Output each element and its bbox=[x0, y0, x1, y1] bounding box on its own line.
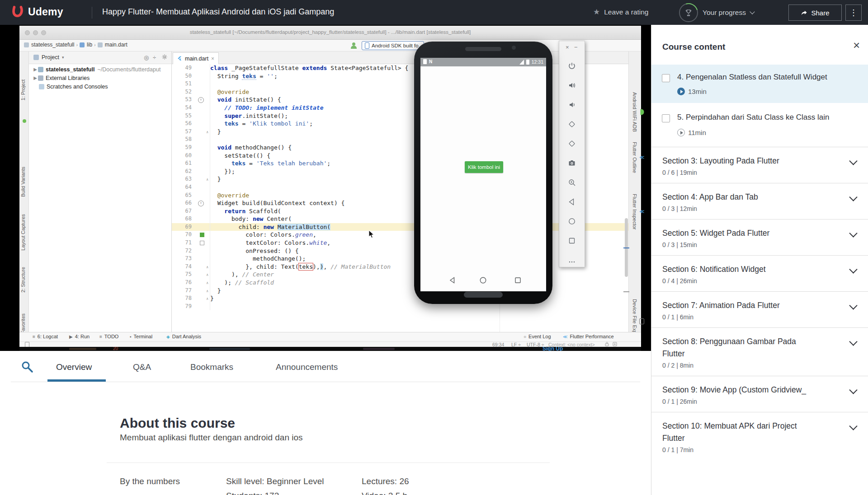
status-4-run[interactable]: ▶4: Run bbox=[69, 334, 90, 339]
status-flutter-performance[interactable]: ≪Flutter Performance bbox=[563, 334, 614, 339]
code-line-79[interactable]: 79 bbox=[172, 303, 628, 311]
device-selector-dropdown[interactable]: Android SDK built fo bbox=[362, 41, 424, 50]
emulator-volume-up-icon[interactable] bbox=[568, 81, 576, 89]
emulator-screen[interactable]: N 12:31 Klik tombol ini bbox=[420, 58, 546, 291]
tool-stripe-android-wifi-adb[interactable]: Android WiFi ADB bbox=[632, 92, 645, 132]
gutter: ∧ bbox=[196, 128, 210, 136]
section-section-8-penggunaan-gambar-pa[interactable]: Section 8: Penggunaan Gambar Pada Flutte… bbox=[651, 327, 868, 376]
fold-arrow-icon[interactable]: ∧ bbox=[206, 271, 208, 279]
status-terminal[interactable]: ▪Terminal bbox=[130, 334, 152, 339]
project-panel-header: Project ▾ ◎ ÷ − bbox=[29, 51, 171, 64]
breadcrumb-item[interactable]: main.dart bbox=[98, 42, 127, 48]
video-player[interactable]: stateless_statefull [~/Documents/flutter… bbox=[0, 25, 651, 351]
gear-icon[interactable] bbox=[162, 54, 167, 61]
expand-arrow-icon[interactable]: ▶ bbox=[33, 75, 38, 80]
tool-stripe-2-structure[interactable]: 2: Structure bbox=[20, 267, 26, 293]
fold-arrow-icon[interactable]: ∧ bbox=[206, 263, 208, 271]
emulator-power-icon[interactable] bbox=[568, 62, 576, 70]
leave-rating-button[interactable]: ★ Leave a rating bbox=[593, 7, 649, 17]
section-section-4-app-bar-dan-tab[interactable]: Section 4: App Bar dan Tab0 / 3 | 12min bbox=[651, 183, 868, 219]
tree-item-scratches-and-consoles[interactable]: Scratches and Consoles bbox=[29, 82, 181, 91]
status-6-logcat[interactable]: ≡6: Logcat bbox=[33, 334, 58, 339]
code-line-77[interactable]: 77∧ } bbox=[172, 287, 628, 295]
section-section-5-widget-pada-flutter[interactable]: Section 5: Widget Pada Flutter0 / 3 | 15… bbox=[651, 219, 868, 255]
lecture-item[interactable]: 4. Pengenalan Statless dan Statefull Wid… bbox=[651, 65, 868, 103]
chevron-down-icon[interactable] bbox=[849, 386, 857, 394]
emulator-volume-down-icon[interactable] bbox=[568, 101, 576, 109]
right-tool-stripe: Android WiFi ADB≪Flutter Outline≪Flutter… bbox=[628, 51, 641, 332]
search-icon[interactable] bbox=[21, 360, 33, 373]
nav-back-icon[interactable] bbox=[448, 276, 456, 284]
nav-overview-icon[interactable] bbox=[514, 276, 522, 284]
more-options-button[interactable]: ⋮ bbox=[845, 5, 862, 21]
lecture-item[interactable]: 5. Perpindahan dari Satu Class ke Class … bbox=[651, 103, 868, 147]
chevron-down-icon[interactable] bbox=[849, 337, 857, 346]
emulator-minimize-icon[interactable]: − bbox=[574, 44, 578, 51]
tool-stripe-flutter-outline[interactable]: ≪Flutter Outline bbox=[632, 142, 645, 173]
section-section-7-animation-pada-flutt[interactable]: Section 7: Animation Pada Flutter0 / 1 |… bbox=[651, 291, 868, 327]
emulator-home-icon[interactable] bbox=[568, 217, 576, 225]
your-progress-dropdown[interactable]: Your progress bbox=[679, 3, 754, 22]
fold-arrow-icon[interactable]: ∧ bbox=[206, 287, 208, 295]
tab-announcements[interactable]: Announcements bbox=[276, 362, 338, 372]
section-section-3-layouting-pada-flutt[interactable]: Section 3: Layouting Pada Flutter0 / 6 |… bbox=[651, 147, 868, 183]
emulator-overview-icon[interactable] bbox=[568, 237, 576, 245]
code-line-78[interactable]: 78∧} bbox=[172, 294, 628, 303]
tool-stripe-layout-captures[interactable]: Layout Captures bbox=[20, 214, 26, 251]
share-button[interactable]: Share bbox=[788, 5, 842, 21]
fold-arrow-icon[interactable]: ∧ bbox=[206, 176, 208, 184]
app-material-button[interactable]: Klik tombol ini bbox=[465, 161, 503, 173]
lecture-checkbox[interactable] bbox=[662, 114, 670, 122]
breadcrumb[interactable]: stateless_statefull›lib›main.dart bbox=[24, 42, 127, 48]
tool-stripe-build-variants[interactable]: Build Variants bbox=[20, 167, 26, 197]
nav-home-icon[interactable] bbox=[479, 276, 487, 284]
emulator-zoom-icon[interactable] bbox=[568, 178, 576, 187]
tree-item-stateless-statefull[interactable]: ▶stateless_statefull~/Documents/flutterd… bbox=[29, 65, 175, 74]
expand-arrow-icon[interactable]: ▶ bbox=[33, 67, 38, 72]
chevron-down-icon[interactable] bbox=[849, 229, 857, 237]
fold-arrow-icon[interactable]: ∧ bbox=[206, 128, 208, 136]
fold-arrow-icon[interactable]: ∧ bbox=[206, 295, 208, 303]
section-section-6-notification-widget[interactable]: Section 6: Notification Widget0 / 4 | 26… bbox=[651, 255, 868, 291]
collapse-all-icon[interactable]: ÷ bbox=[153, 54, 156, 61]
udemy-logo[interactable]: Udemy bbox=[11, 5, 63, 19]
status-todo[interactable]: ≡TODO bbox=[99, 334, 118, 339]
tab-overview[interactable]: Overview bbox=[56, 362, 92, 372]
close-tab-icon[interactable]: × bbox=[211, 56, 214, 62]
editor-tab-main-dart[interactable]: main.dart × bbox=[173, 52, 219, 64]
emulator-rotate-left-icon[interactable] bbox=[568, 120, 576, 128]
sidebar-close-icon[interactable]: × bbox=[853, 39, 860, 51]
emulator-rotate-right-icon[interactable] bbox=[568, 140, 576, 148]
fold-arrow-icon[interactable]: ∧ bbox=[206, 279, 208, 287]
tab-q-a[interactable]: Q&A bbox=[133, 362, 151, 372]
emulator-screenshot-icon[interactable] bbox=[568, 159, 576, 167]
tool-stripe-flutter-inspector[interactable]: ≪Flutter Inspector bbox=[632, 194, 645, 229]
tab-bookmarks[interactable]: Bookmarks bbox=[190, 362, 233, 372]
locate-icon[interactable]: ◎ bbox=[144, 54, 149, 61]
emulator-close-icon[interactable]: × bbox=[566, 44, 569, 51]
leave-rating-label: Leave a rating bbox=[604, 8, 648, 16]
lecture-checkbox[interactable] bbox=[662, 74, 670, 82]
code-line-76[interactable]: 76∧ ); // Scaffold bbox=[172, 279, 628, 287]
status-dart-analysis[interactable]: ◈Dart Analysis bbox=[166, 334, 201, 339]
tree-item-external-libraries[interactable]: ▶External Libraries bbox=[29, 74, 175, 82]
chevron-down-icon[interactable] bbox=[849, 265, 857, 273]
folder-icon bbox=[80, 42, 85, 47]
chevron-down-icon[interactable] bbox=[849, 157, 857, 165]
breadcrumb-item[interactable]: stateless_statefull bbox=[24, 42, 74, 48]
tool-stripe-1-project[interactable]: 1: Project bbox=[20, 79, 26, 100]
emulator-back-icon[interactable] bbox=[568, 198, 576, 206]
section-meta: 0 / 2 | 8min bbox=[662, 362, 868, 369]
editor-scrollbar[interactable] bbox=[625, 64, 628, 332]
code-text: }); bbox=[210, 168, 235, 176]
status-event-log[interactable]: ○Event Log bbox=[524, 334, 551, 339]
chevron-down-icon[interactable] bbox=[849, 301, 857, 309]
share-icon bbox=[801, 9, 807, 16]
chevron-down-icon[interactable] bbox=[849, 193, 857, 201]
section-section-9-movie-app-custom-gri[interactable]: Section 9: Movie App (Custom Gridview_0 … bbox=[651, 376, 868, 412]
code-line-75[interactable]: 75∧ ), // Center bbox=[172, 271, 628, 279]
section-section-10-membuat-apk-dari-pr[interactable]: Section 10: Membuat APK dari Project Flu… bbox=[651, 412, 868, 460]
emulator-more-icon[interactable] bbox=[568, 256, 576, 264]
chevron-down-icon[interactable] bbox=[849, 422, 857, 430]
breadcrumb-item[interactable]: lib bbox=[80, 42, 92, 48]
